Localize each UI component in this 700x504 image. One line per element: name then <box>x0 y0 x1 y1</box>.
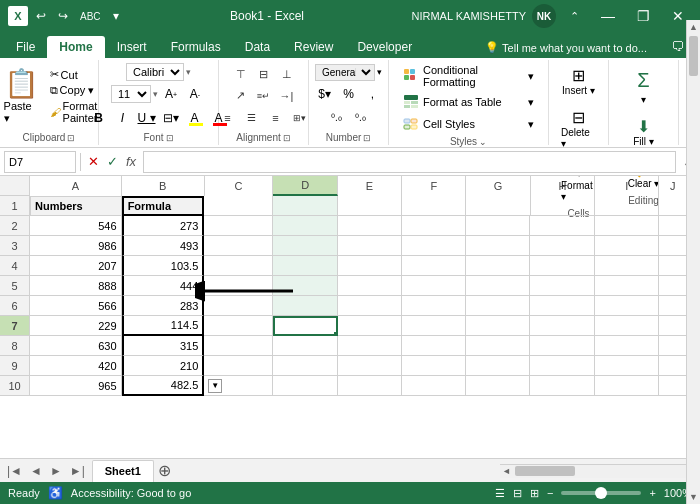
user-avatar[interactable]: NK <box>532 4 556 28</box>
cell-C1[interactable] <box>204 196 273 216</box>
col-header-I[interactable]: I <box>595 176 659 196</box>
align-top-button[interactable]: ⊤ <box>230 65 252 85</box>
cell-I3[interactable] <box>595 236 659 256</box>
row-num-5[interactable]: 5 <box>0 276 30 296</box>
cell-F10[interactable] <box>402 376 466 396</box>
sheet-prev-button[interactable]: ◄ <box>27 462 45 480</box>
cell-J8[interactable] <box>659 336 687 356</box>
percent-button[interactable]: % <box>338 83 360 105</box>
vertical-scrollbar[interactable]: ▲ ▼ <box>686 176 700 458</box>
cell-J2[interactable] <box>659 216 687 236</box>
cell-F2[interactable] <box>402 216 466 236</box>
increase-decimal-button[interactable]: ⁰.₀ <box>326 107 348 129</box>
cell-D5[interactable] <box>273 276 337 296</box>
qat-more-button[interactable]: ▾ <box>109 7 123 25</box>
cell-F3[interactable] <box>402 236 466 256</box>
tab-home[interactable]: Home <box>47 36 104 58</box>
zoom-thumb[interactable] <box>595 487 607 499</box>
col-header-J[interactable]: J <box>659 176 687 196</box>
cell-G4[interactable] <box>466 256 530 276</box>
cell-I7[interactable] <box>595 316 659 336</box>
tab-formulas[interactable]: Formulas <box>159 36 233 58</box>
view-layout-icon[interactable]: ⊟ <box>513 487 522 500</box>
cell-E5[interactable] <box>338 276 402 296</box>
view-pagebreak-icon[interactable]: ⊞ <box>530 487 539 500</box>
alignment-expand-icon[interactable]: ⊡ <box>283 133 291 143</box>
cell-H8[interactable] <box>530 336 594 356</box>
cell-D3[interactable] <box>273 236 337 256</box>
cell-G10[interactable] <box>466 376 530 396</box>
insert-function-button[interactable]: fx <box>123 152 139 171</box>
tell-me-tab[interactable]: 💡 Tell me what you want to do... <box>473 37 659 58</box>
sheet-first-button[interactable]: |◄ <box>4 462 25 480</box>
row-num-7[interactable]: 7 <box>0 316 30 336</box>
minimize-button[interactable]: — <box>593 6 623 26</box>
row-num-2[interactable]: 2 <box>0 216 30 236</box>
cell-G8[interactable] <box>466 336 530 356</box>
row-num-8[interactable]: 8 <box>0 336 30 356</box>
scroll-thumb-h[interactable] <box>515 466 575 476</box>
row-num-3[interactable]: 3 <box>0 236 30 256</box>
scroll-left-button[interactable]: ◄ <box>500 464 513 478</box>
cell-A5[interactable]: 888 <box>30 276 122 296</box>
cell-C8[interactable] <box>204 336 273 356</box>
cell-H9[interactable] <box>530 356 594 376</box>
cell-F9[interactable] <box>402 356 466 376</box>
underline-button[interactable]: U ▾ <box>136 107 158 129</box>
cell-G6[interactable] <box>466 296 530 316</box>
cell-D6[interactable] <box>273 296 337 316</box>
cell-E6[interactable] <box>338 296 402 316</box>
zoom-out-button[interactable]: − <box>547 487 553 499</box>
fill-color-button[interactable]: A <box>184 107 206 129</box>
decrease-decimal-button[interactable]: ⁰.₀ <box>350 107 372 129</box>
tab-data[interactable]: Data <box>233 36 282 58</box>
col-header-E[interactable]: E <box>338 176 402 196</box>
cell-E3[interactable] <box>338 236 402 256</box>
cell-J7[interactable] <box>659 316 687 336</box>
cell-C5[interactable] <box>204 276 273 296</box>
cell-I1[interactable] <box>595 196 659 216</box>
cell-I8[interactable] <box>595 336 659 356</box>
indent-button[interactable]: →| <box>276 86 298 106</box>
cell-D1[interactable] <box>273 196 337 216</box>
bold-button[interactable]: B <box>88 107 110 129</box>
view-normal-icon[interactable]: ☰ <box>495 487 505 500</box>
sheet-next-button[interactable]: ► <box>47 462 65 480</box>
cell-C7[interactable] <box>204 316 273 336</box>
cell-C9[interactable] <box>204 356 273 376</box>
cell-G2[interactable] <box>466 216 530 236</box>
increase-font-button[interactable]: A+ <box>160 83 182 105</box>
col-header-F[interactable]: F <box>402 176 466 196</box>
cell-F5[interactable] <box>402 276 466 296</box>
cell-H7[interactable] <box>530 316 594 336</box>
cell-A3[interactable]: 986 <box>30 236 122 256</box>
cell-C6[interactable] <box>204 296 273 316</box>
col-header-B[interactable]: B <box>122 176 205 196</box>
fill-button[interactable]: ⬇ Fill ▾ <box>627 113 660 151</box>
cell-D10[interactable] <box>273 376 337 396</box>
scroll-track-v[interactable] <box>687 176 700 458</box>
horizontal-scrollbar[interactable]: ◄ ► <box>500 464 700 478</box>
orientation-button[interactable]: ↗ <box>230 86 252 106</box>
cell-G1[interactable] <box>466 196 530 216</box>
merge-button[interactable]: ⊞▾ <box>289 108 311 128</box>
center-align-button[interactable]: ☰ <box>241 108 263 128</box>
cell-D4[interactable] <box>273 256 337 276</box>
add-sheet-button[interactable]: ⊕ <box>154 461 175 480</box>
cell-F4[interactable] <box>402 256 466 276</box>
cell-D7[interactable] <box>273 316 337 336</box>
cell-J5[interactable] <box>659 276 687 296</box>
row-num-1[interactable]: 1 <box>0 196 30 216</box>
decrease-font-button[interactable]: A- <box>184 83 206 105</box>
tab-file[interactable]: File <box>4 36 47 58</box>
row-num-9[interactable]: 9 <box>0 356 30 376</box>
zoom-slider[interactable] <box>561 491 641 495</box>
sheet-tab-1[interactable]: Sheet1 <box>92 460 154 482</box>
cell-B2[interactable]: 273 <box>122 216 205 236</box>
number-expand-icon[interactable]: ⊡ <box>363 133 371 143</box>
cell-B9[interactable]: 210 <box>122 356 205 376</box>
cell-B10[interactable]: 482.5 <box>122 376 205 396</box>
delete-cells-button[interactable]: ⊟ Delete ▾ <box>555 104 602 153</box>
undo-button[interactable]: ↩ <box>32 7 50 25</box>
cell-A2[interactable]: 546 <box>30 216 122 236</box>
